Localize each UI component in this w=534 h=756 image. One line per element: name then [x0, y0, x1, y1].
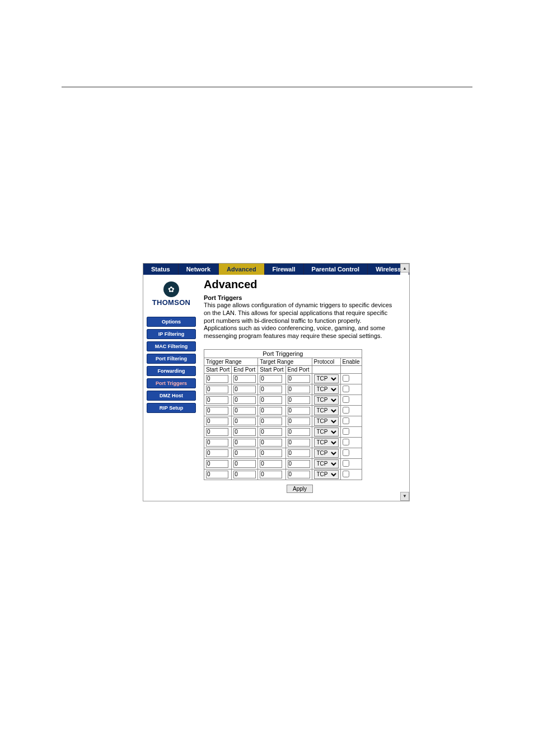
target-start-input[interactable]: [260, 449, 282, 457]
sidebar-item-rip-setup[interactable]: RIP Setup: [147, 403, 196, 413]
main-panel: Advanced Port Triggers This page allows …: [199, 275, 400, 501]
target-end-input[interactable]: [288, 386, 310, 393]
protocol-select[interactable]: TCPUDPBoth: [314, 417, 339, 426]
sidebar-item-dmz-host[interactable]: DMZ Host: [147, 391, 196, 401]
scroll-up-icon[interactable]: ▲: [400, 264, 409, 273]
enable-checkbox[interactable]: [343, 460, 349, 467]
trigger-end-input[interactable]: [233, 439, 256, 447]
trigger-end-input[interactable]: [233, 428, 256, 436]
target-start-input[interactable]: [260, 417, 282, 425]
enable-checkbox[interactable]: [343, 407, 349, 414]
trigger-start-input[interactable]: [206, 386, 228, 393]
table-row: TCPUDPBoth: [204, 405, 362, 416]
trigger-end-input[interactable]: [233, 386, 256, 393]
table-row: TCPUDPBoth: [204, 426, 362, 437]
enable-checkbox[interactable]: [343, 449, 349, 456]
trigger-end-input[interactable]: [233, 417, 256, 425]
target-end-input[interactable]: [288, 407, 310, 415]
trigger-start-input[interactable]: [206, 460, 228, 468]
tab-firewall[interactable]: Firewall: [265, 264, 304, 275]
enable-checkbox[interactable]: [343, 375, 349, 382]
trigger-start-input[interactable]: [206, 396, 228, 404]
trigger-end-input[interactable]: [233, 449, 256, 457]
sidebar-item-mac-filtering[interactable]: MAC Filtering: [147, 341, 196, 351]
target-start-input[interactable]: [260, 460, 282, 468]
port-triggering-table: Port Triggering Trigger Range Target Ran…: [204, 349, 362, 480]
enable-checkbox[interactable]: [343, 471, 349, 477]
protocol-select[interactable]: TCPUDPBoth: [314, 385, 339, 394]
trigger-end-input[interactable]: [233, 407, 256, 415]
sidebar-item-forwarding[interactable]: Forwarding: [147, 366, 196, 376]
target-start-input[interactable]: [260, 439, 282, 447]
tab-network[interactable]: Network: [179, 264, 219, 275]
trigger-start-input[interactable]: [206, 407, 228, 415]
enable-checkbox[interactable]: [343, 386, 349, 392]
sidebar: ✿ THOMSON Options IP Filtering MAC Filte…: [143, 275, 199, 501]
trigger-start-input[interactable]: [206, 449, 228, 457]
table-row: TCPUDPBoth: [204, 458, 362, 469]
trigger-start-input[interactable]: [206, 439, 228, 447]
target-end-input[interactable]: [288, 417, 310, 425]
router-admin-screenshot: ▲ ▼ Status Network Advanced Firewall Par…: [143, 263, 410, 501]
tab-advanced[interactable]: Advanced: [219, 264, 265, 275]
table-row: TCPUDPBoth: [204, 384, 362, 395]
protocol-select[interactable]: TCPUDPBoth: [314, 374, 339, 383]
col-target-start: Start Port: [258, 365, 285, 373]
thomson-logo-icon: ✿: [163, 281, 179, 297]
target-end-input[interactable]: [288, 460, 310, 468]
table-row: TCPUDPBoth: [204, 437, 362, 448]
target-start-input[interactable]: [260, 375, 282, 383]
section-heading: Port Triggers: [204, 294, 396, 301]
trigger-end-input[interactable]: [233, 471, 256, 478]
protocol-select[interactable]: TCPUDPBoth: [314, 470, 339, 479]
protocol-select[interactable]: TCPUDPBoth: [314, 449, 339, 458]
target-start-input[interactable]: [260, 386, 282, 393]
enable-checkbox[interactable]: [343, 439, 349, 445]
apply-button[interactable]: Apply: [287, 485, 313, 493]
enable-checkbox[interactable]: [343, 396, 349, 403]
target-end-input[interactable]: [288, 396, 310, 404]
trigger-end-input[interactable]: [233, 460, 256, 468]
protocol-select[interactable]: TCPUDPBoth: [314, 428, 339, 436]
protocol-select[interactable]: TCPUDPBoth: [314, 396, 339, 405]
col-target-end: End Port: [285, 365, 312, 373]
target-end-input[interactable]: [288, 471, 310, 478]
protocol-select[interactable]: TCPUDPBoth: [314, 406, 339, 415]
target-start-input[interactable]: [260, 407, 282, 415]
table-row: TCPUDPBoth: [204, 373, 362, 384]
col-target-range: Target Range: [258, 358, 312, 365]
scroll-down-icon[interactable]: ▼: [400, 492, 409, 501]
target-end-input[interactable]: [288, 375, 310, 383]
target-start-input[interactable]: [260, 396, 282, 404]
target-end-input[interactable]: [288, 449, 310, 457]
target-end-input[interactable]: [288, 428, 310, 436]
tab-status[interactable]: Status: [143, 264, 179, 275]
sidebar-item-ip-filtering[interactable]: IP Filtering: [147, 329, 196, 339]
protocol-select[interactable]: TCPUDPBoth: [314, 459, 339, 468]
trigger-start-input[interactable]: [206, 375, 228, 383]
trigger-start-input[interactable]: [206, 417, 228, 425]
tab-parental-control[interactable]: Parental Control: [304, 264, 368, 275]
enable-checkbox[interactable]: [343, 428, 349, 435]
page-title: Advanced: [204, 278, 396, 291]
enable-checkbox[interactable]: [343, 417, 349, 424]
target-end-input[interactable]: [288, 439, 310, 447]
sidebar-item-port-filtering[interactable]: Port Filtering: [147, 354, 196, 364]
header-rule: [62, 87, 472, 87]
trigger-start-input[interactable]: [206, 471, 228, 478]
table-row: TCPUDPBoth: [204, 416, 362, 426]
sidebar-item-options[interactable]: Options: [147, 317, 196, 327]
top-nav: Status Network Advanced Firewall Parenta…: [143, 264, 400, 275]
col-protocol: Protocol: [312, 358, 340, 365]
col-trigger-start: Start Port: [204, 365, 232, 373]
target-start-input[interactable]: [260, 471, 282, 478]
sidebar-item-port-triggers[interactable]: Port Triggers: [147, 378, 196, 388]
target-start-input[interactable]: [260, 428, 282, 436]
brand-text: THOMSON: [147, 298, 196, 307]
protocol-select[interactable]: TCPUDPBoth: [314, 438, 339, 447]
trigger-start-input[interactable]: [206, 428, 228, 436]
trigger-end-input[interactable]: [233, 396, 256, 404]
col-enable: Enable: [340, 358, 362, 365]
col-trigger-end: End Port: [232, 365, 258, 373]
trigger-end-input[interactable]: [233, 375, 256, 383]
